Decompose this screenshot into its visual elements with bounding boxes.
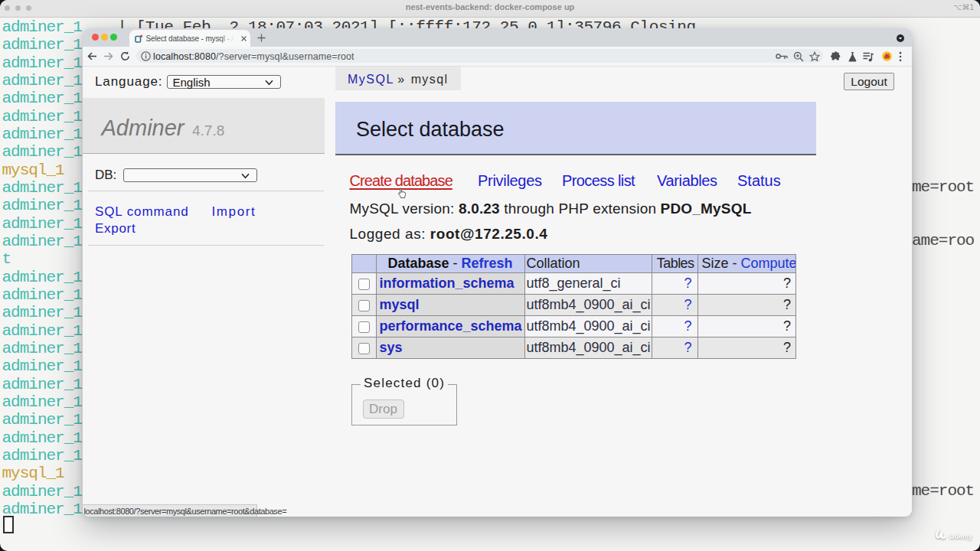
svg-text:Udemy: Udemy xyxy=(949,533,972,540)
